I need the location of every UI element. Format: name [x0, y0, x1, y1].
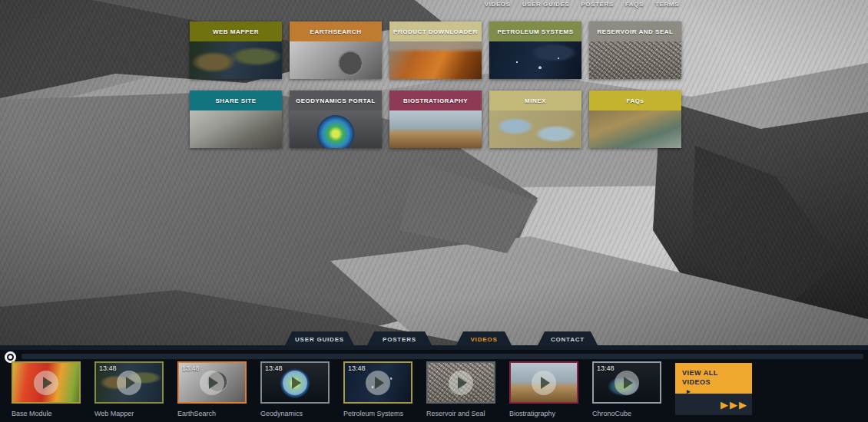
tile-geodynamics-portal[interactable]: GEODYNAMICS PORTAL: [290, 91, 382, 148]
video-thumb-row: Base Module 13:48 Web Mapper 13:48 Earth…: [12, 361, 752, 417]
tile-label: RESERVOIR AND SEAL: [598, 28, 674, 35]
tile-label: MINEX: [525, 97, 546, 104]
video-duration: 13:48: [348, 364, 366, 372]
arrow-glyph: ▶: [739, 400, 747, 410]
night-satellite-image: [489, 41, 581, 79]
tab-videos[interactable]: VIDEOS: [456, 331, 512, 347]
video-thumbnail-image: 13:48: [343, 361, 412, 404]
video-thumb-geodynamics[interactable]: 13:48 Geodynamics: [260, 361, 330, 417]
video-thumb-label: Petroleum Systems: [343, 410, 412, 417]
video-thumbnail-image: [426, 361, 495, 404]
video-thumbnail-image: [509, 361, 578, 404]
mineral-map-image: [489, 110, 581, 148]
tile-header: EARTHSEARCH: [290, 21, 382, 41]
tile-header: GEODYNAMICS PORTAL: [290, 91, 382, 110]
nav-link-videos[interactable]: VIDEOS: [485, 1, 511, 8]
video-thumb-label: EarthSearch: [177, 410, 247, 417]
tab-posters[interactable]: POSTERS: [366, 331, 432, 347]
tile-label: PRODUCT DOWNLOADER: [393, 28, 478, 35]
video-thumbnail-image: 13:48: [94, 361, 164, 404]
arrow-glyph: ▶: [730, 400, 737, 410]
tile-label: FAQs: [627, 97, 644, 104]
fast-forward-arrows-icon: ▶ ▶ ▶: [675, 394, 752, 415]
arrow-glyph: ▶: [721, 400, 728, 410]
geodynamic-globe-image: [290, 110, 382, 148]
canyon-photo-image: [190, 110, 282, 148]
tab-label: CONTACT: [551, 336, 585, 343]
tile-faqs[interactable]: FAQs: [589, 91, 681, 148]
orange-rock-strata-image: [389, 41, 482, 79]
video-thumb-reservoir-and-seal[interactable]: Reservoir and Seal: [426, 361, 495, 417]
shoreline-photo-image: [589, 110, 681, 148]
carousel-scrollbar[interactable]: [22, 354, 863, 359]
world-map-image: [190, 41, 282, 79]
module-tile-grid: WEB MAPPER EARTHSEARCH PRODUCT DOWNLOADE…: [190, 21, 681, 148]
play-icon: [615, 371, 639, 395]
view-all-line2: VIDEOS: [682, 377, 752, 387]
video-thumbnail-image: 13:48: [592, 361, 661, 404]
play-icon: [449, 371, 473, 395]
video-thumb-earthsearch[interactable]: 13:48 EarthSearch: [177, 361, 247, 417]
nav-link-posters[interactable]: POSTERS: [581, 1, 613, 8]
play-icon: [366, 371, 390, 395]
video-thumb-label: ChronoCube: [592, 410, 661, 417]
page: VIDEOS USER GUIDES POSTERS FAQS TERMS WE…: [0, 0, 868, 422]
tile-header: PRODUCT DOWNLOADER: [389, 21, 482, 41]
tile-earthsearch[interactable]: EARTHSEARCH: [290, 21, 382, 79]
nav-link-user-guides[interactable]: USER GUIDES: [522, 1, 570, 8]
tile-label: GEODYNAMICS PORTAL: [296, 97, 376, 104]
tile-label: WEB MAPPER: [213, 28, 259, 35]
tile-header: PETROLEUM SYSTEMS: [489, 21, 581, 41]
video-thumbnail-image: [12, 361, 81, 404]
tile-biostratigraphy[interactable]: BIOSTRATIGRAPHY: [389, 91, 482, 148]
video-thumb-label: Geodynamics: [260, 410, 330, 417]
video-thumbnail-image: 13:48: [260, 361, 330, 404]
video-duration: 13:48: [265, 364, 283, 372]
video-thumb-label: Reservoir and Seal: [426, 410, 495, 417]
tile-header: RESERVOIR AND SEAL: [589, 21, 681, 41]
play-icon: [200, 371, 224, 395]
tile-header: WEB MAPPER: [190, 21, 282, 41]
video-thumb-chronocube[interactable]: 13:48 ChronoCube: [592, 361, 661, 417]
chevron-right-icon: ▸: [687, 387, 691, 395]
video-thumb-biostratigraphy[interactable]: Biostratigraphy: [509, 361, 578, 417]
tab-label: USER GUIDES: [295, 336, 344, 343]
video-duration: 13:48: [182, 364, 200, 372]
tab-label: POSTERS: [383, 336, 416, 343]
view-all-videos-button[interactable]: VIEW ALL VIDEOS▸ ▶ ▶ ▶: [675, 363, 752, 415]
play-icon: [34, 371, 58, 395]
tile-header: MINEX: [489, 91, 581, 110]
video-thumb-label: Web Mapper: [94, 410, 164, 417]
tile-share-site[interactable]: SHARE SITE: [190, 91, 282, 148]
play-icon: [532, 371, 556, 395]
top-utility-nav: VIDEOS USER GUIDES POSTERS FAQS TERMS: [0, 1, 679, 8]
view-all-label: VIEW ALL VIDEOS▸: [675, 363, 752, 394]
video-thumb-web-mapper[interactable]: 13:48 Web Mapper: [94, 361, 164, 417]
play-icon: [117, 371, 141, 395]
tile-label: EARTHSEARCH: [310, 28, 362, 35]
play-icon: [283, 371, 307, 395]
nav-link-faqs[interactable]: FAQS: [625, 1, 644, 8]
tab-contact[interactable]: CONTACT: [537, 331, 598, 347]
tile-minex[interactable]: MINEX: [489, 91, 581, 148]
video-thumb-base-module[interactable]: Base Module: [12, 361, 81, 417]
video-thumb-label: Base Module: [12, 410, 81, 417]
tile-petroleum-systems[interactable]: PETROLEUM SYSTEMS: [489, 21, 581, 79]
tile-label: SHARE SITE: [215, 97, 256, 104]
tab-label: VIDEOS: [470, 336, 497, 343]
coastal-outcrop-image: [389, 110, 482, 148]
tile-header: BIOSTRATIGRAPHY: [389, 91, 482, 110]
tile-product-downloader[interactable]: PRODUCT DOWNLOADER: [389, 21, 482, 79]
video-thumb-petroleum-systems[interactable]: 13:48 Petroleum Systems: [343, 361, 412, 417]
tile-label: PETROLEUM SYSTEMS: [497, 28, 573, 35]
tile-reservoir-and-seal[interactable]: RESERVOIR AND SEAL: [589, 21, 681, 79]
video-thumbnail-image: 13:48: [177, 361, 247, 404]
view-all-line1: VIEW ALL: [682, 368, 752, 377]
video-thumb-label: Biostratigraphy: [509, 410, 578, 417]
nav-link-terms[interactable]: TERMS: [655, 1, 679, 8]
tile-web-mapper[interactable]: WEB MAPPER: [190, 21, 282, 79]
tab-user-guides[interactable]: USER GUIDES: [284, 331, 355, 347]
video-carousel-panel: Base Module 13:48 Web Mapper 13:48 Earth…: [0, 350, 868, 422]
tile-header: SHARE SITE: [190, 91, 282, 110]
tile-label: BIOSTRATIGRAPHY: [403, 97, 468, 104]
